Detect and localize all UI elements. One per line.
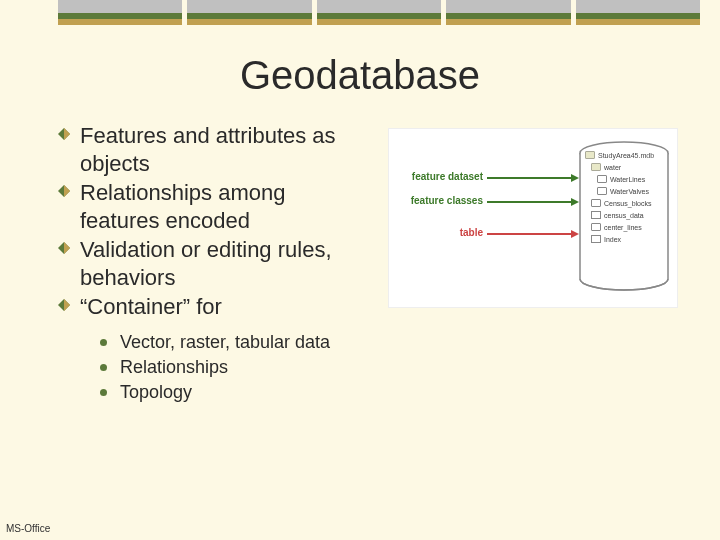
db-item-label: center_lines <box>604 224 642 231</box>
diagram-label-classes: feature classes <box>395 195 483 206</box>
featureclass-icon <box>597 175 607 183</box>
db-item-label: Index <box>604 236 621 243</box>
diagram-column: feature dataset feature classes table .a… <box>368 122 690 407</box>
list-text: Topology <box>120 382 192 402</box>
svg-marker-1 <box>64 128 70 140</box>
db-item: census_data <box>591 211 665 219</box>
sub-list: Vector, raster, tabular data Relationshi… <box>100 331 368 405</box>
bullet-column: Features and attributes as objects Relat… <box>58 122 368 407</box>
diamond-bullet-icon <box>58 242 70 254</box>
footer-text: MS-Office <box>6 523 50 534</box>
featureclass-icon <box>591 199 601 207</box>
dot-bullet-icon <box>100 389 107 396</box>
dataset-icon <box>591 163 601 171</box>
db-item-label: census_data <box>604 212 644 219</box>
svg-marker-5 <box>64 242 70 254</box>
geodatabase-diagram: feature dataset feature classes table .a… <box>388 128 678 308</box>
svg-marker-7 <box>64 299 70 311</box>
db-item: WaterLines <box>597 175 665 183</box>
db-item-label: WaterValves <box>610 188 649 195</box>
dot-bullet-icon <box>100 339 107 346</box>
list-text: Relationships <box>120 357 228 377</box>
diamond-bullet-icon <box>58 128 70 140</box>
table-icon <box>591 235 601 243</box>
db-item: water <box>591 163 665 171</box>
dot-bullet-icon <box>100 364 107 371</box>
list-item: Validation or editing rules, behaviors <box>58 236 368 291</box>
list-item: “Container” for <box>58 293 368 321</box>
db-item-label: StudyArea45.mdb <box>598 152 654 159</box>
list-item: Topology <box>100 381 368 404</box>
diamond-bullet-icon <box>58 299 70 311</box>
db-item: Index <box>591 235 665 243</box>
db-item-list: StudyArea45.mdb water WaterLines WaterVa… <box>585 151 665 247</box>
db-item-label: WaterLines <box>610 176 645 183</box>
arrow-icon <box>487 177 573 179</box>
list-item: Relationships among features encoded <box>58 179 368 234</box>
arrow-icon <box>487 233 573 235</box>
list-text: “Container” for <box>80 294 222 319</box>
db-item-label: water <box>604 164 621 171</box>
diamond-bullet-icon <box>58 185 70 197</box>
top-stripe-bar <box>0 0 720 25</box>
list-text: Vector, raster, tabular data <box>120 332 330 352</box>
content-area: Features and attributes as objects Relat… <box>0 122 720 407</box>
arrow-icon <box>487 201 573 203</box>
diagram-label-dataset: feature dataset <box>395 171 483 182</box>
slide-title: Geodatabase <box>0 53 720 98</box>
stripe-block <box>187 0 311 25</box>
table-icon <box>591 211 601 219</box>
svg-marker-3 <box>64 185 70 197</box>
main-list: Features and attributes as objects Relat… <box>58 122 368 321</box>
featureclass-icon <box>597 187 607 195</box>
list-text: Relationships among features encoded <box>80 180 285 233</box>
stripe-block <box>576 0 700 25</box>
list-item: Vector, raster, tabular data <box>100 331 368 354</box>
list-text: Features and attributes as objects <box>80 123 336 176</box>
db-item: WaterValves <box>597 187 665 195</box>
db-item: Census_blocks <box>591 199 665 207</box>
list-item: Relationships <box>100 356 368 379</box>
featureclass-icon <box>591 223 601 231</box>
geodatabase-icon <box>585 151 595 159</box>
diagram-label-table: table <box>395 227 483 238</box>
stripe-block <box>446 0 570 25</box>
db-item: center_lines <box>591 223 665 231</box>
stripe-block <box>58 0 182 25</box>
list-text: Validation or editing rules, behaviors <box>80 237 332 290</box>
db-item-label: Census_blocks <box>604 200 651 207</box>
stripe-block <box>317 0 441 25</box>
list-item: Features and attributes as objects <box>58 122 368 177</box>
db-item: StudyArea45.mdb <box>585 151 665 159</box>
